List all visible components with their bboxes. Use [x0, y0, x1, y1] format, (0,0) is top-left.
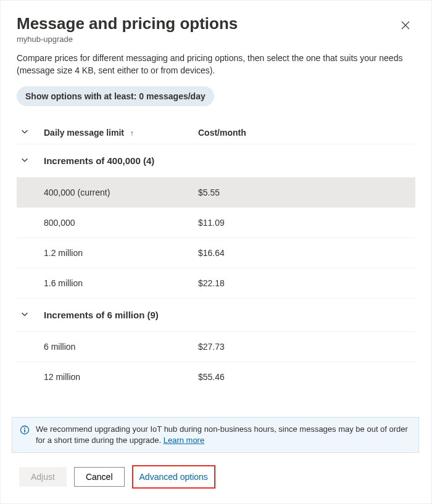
pricing-table-body: Increments of 400,000 (4)400,000 (curren… [17, 144, 415, 392]
row-cost: $22.18 [198, 278, 415, 288]
sort-ascending-icon: ↑ [130, 129, 134, 138]
row-daily-limit: 12 million [44, 372, 198, 382]
pricing-option-row[interactable]: 6 million$27.73 [17, 331, 415, 361]
filter-pill[interactable]: Show options with at least: 0 messages/d… [17, 86, 214, 106]
row-daily-limit: 800,000 [44, 218, 198, 228]
svg-rect-2 [24, 429, 25, 432]
info-icon [20, 425, 31, 438]
row-cost: $11.09 [198, 218, 415, 228]
close-icon [401, 20, 410, 33]
column-header-daily-limit[interactable]: Daily message limit ↑ [44, 128, 198, 138]
column-header-label: Daily message limit [44, 128, 124, 138]
info-text: We recommend upgrading your IoT hub duri… [36, 424, 411, 446]
row-daily-limit: 6 million [44, 342, 198, 352]
pricing-options-panel: Message and pricing options myhub-upgrad… [0, 0, 432, 504]
scroll-region[interactable]: Message and pricing options myhub-upgrad… [1, 1, 431, 413]
chevron-down-icon [20, 155, 29, 166]
row-daily-limit: 1.6 million [44, 278, 198, 288]
table-header-row: Daily message limit ↑ Cost/month [17, 121, 415, 144]
chevron-down-icon[interactable] [20, 127, 29, 138]
svg-point-1 [24, 428, 25, 429]
group-label: Increments of 6 million (9) [44, 310, 415, 320]
row-cost: $5.55 [198, 188, 415, 197]
info-message: We recommend upgrading your IoT hub duri… [36, 424, 408, 445]
pricing-option-row[interactable]: 800,000$11.09 [17, 207, 415, 238]
column-header-cost[interactable]: Cost/month [198, 128, 415, 138]
column-header-label: Cost/month [198, 128, 246, 138]
row-cost: $27.73 [198, 342, 415, 352]
advanced-options-highlight: Advanced options [132, 465, 215, 489]
learn-more-link[interactable]: Learn more [164, 436, 204, 445]
advanced-options-link[interactable]: Advanced options [136, 468, 212, 485]
row-daily-limit: 1.2 million [44, 248, 198, 258]
row-cost: $16.64 [198, 248, 415, 258]
panel-title: Message and pricing options [17, 14, 238, 33]
adjust-button: Adjust [19, 467, 67, 487]
pricing-option-row[interactable]: 1.2 million$16.64 [17, 238, 415, 268]
row-daily-limit: 400,000 (current) [44, 188, 198, 197]
pricing-option-row[interactable]: 1.6 million$22.18 [17, 268, 415, 298]
pricing-group-header[interactable]: Increments of 400,000 (4) [17, 144, 415, 177]
group-label: Increments of 400,000 (4) [44, 155, 415, 166]
row-cost: $55.46 [198, 372, 415, 382]
close-button[interactable] [396, 17, 415, 36]
info-banner: We recommend upgrading your IoT hub duri… [12, 417, 419, 453]
chevron-down-icon [20, 310, 29, 320]
footer-actions: Adjust Cancel Advanced options [1, 453, 431, 503]
panel-description: Compare prices for different messaging a… [17, 52, 415, 76]
cancel-button[interactable]: Cancel [74, 467, 125, 487]
pricing-group-header[interactable]: Increments of 6 million (9) [17, 298, 415, 331]
pricing-option-row[interactable]: 400,000 (current)$5.55 [17, 177, 415, 207]
panel-subtitle: myhub-upgrade [17, 35, 238, 44]
pricing-option-row[interactable]: 12 million$55.46 [17, 361, 415, 392]
